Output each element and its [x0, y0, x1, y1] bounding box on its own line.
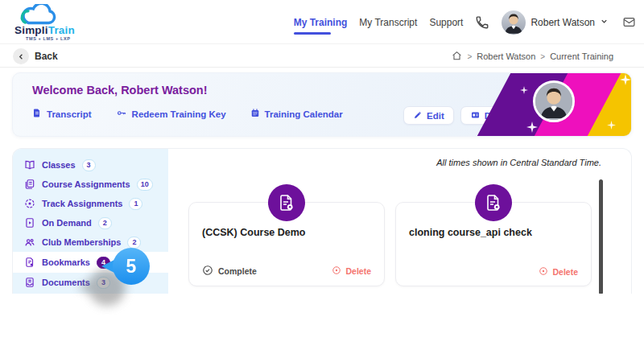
phone-icon[interactable] — [475, 15, 489, 30]
logo-tagline: TMS + LMS + LXP — [26, 36, 70, 41]
count-badge: 3 — [97, 277, 110, 289]
card-footer: Complete Delete — [202, 265, 371, 278]
count-badge: 10 — [137, 179, 153, 191]
sidebar-item-course-assignments[interactable]: Course Assignments 10 — [13, 175, 168, 194]
sidebar-label: Bookmarks — [42, 257, 90, 267]
target-icon — [24, 198, 35, 209]
status-complete: Complete — [202, 265, 257, 278]
chevron-left-icon — [13, 48, 29, 64]
card-footer: Delete — [409, 266, 578, 278]
bookmark-gear-icon — [24, 257, 35, 268]
course-doc-icon — [475, 184, 512, 221]
profile-photo — [533, 80, 575, 122]
count-badge: 2 — [98, 217, 112, 229]
breadcrumb-user[interactable]: Robert Watson — [477, 51, 535, 61]
bookmark-card[interactable]: cloning course_api check Delete — [395, 202, 592, 286]
calendar-label: Training Calendar — [265, 109, 343, 119]
breadcrumb-separator: > — [467, 52, 472, 61]
nav-my-training[interactable]: My Training — [294, 0, 348, 44]
sparkle-icon — [620, 74, 631, 88]
count-badge: 3 — [82, 159, 96, 171]
breadcrumb-separator: > — [540, 52, 545, 61]
count-badge: 2 — [127, 237, 141, 249]
sparkle-icon — [607, 118, 616, 133]
chevron-down-icon — [600, 17, 609, 28]
on-demand-icon — [24, 217, 35, 228]
annotation-step-number: 5 — [113, 248, 150, 285]
welcome-banner: Welcome Back, Robert Watson! Transcript … — [12, 72, 632, 137]
sidebar-item-on-demand[interactable]: On Demand 2 — [13, 213, 168, 232]
delete-button[interactable]: Delete — [332, 265, 371, 277]
club-members-icon — [24, 237, 35, 248]
vertical-scrollbar[interactable] — [599, 179, 603, 294]
status-label: Complete — [218, 266, 257, 276]
training-calendar-link[interactable]: Training Calendar — [250, 108, 343, 120]
sidebar-label: Documents — [42, 278, 90, 287]
top-nav: My Training My Transcript Support Robe — [294, 0, 636, 44]
page: SimpliTrain TMS + LMS + LXP My Training … — [0, 0, 644, 358]
count-badge: 1 — [129, 198, 142, 210]
redeem-training-key-link[interactable]: Redeem Training Key — [116, 108, 226, 120]
breadcrumb-current: Current Training — [550, 51, 613, 61]
delete-label: Delete — [345, 266, 371, 276]
sidebar-item-classes[interactable]: Classes 3 — [13, 155, 168, 175]
calendar-icon — [250, 108, 260, 120]
redeem-label: Redeem Training Key — [132, 109, 226, 119]
delete-button[interactable]: Delete — [539, 266, 578, 278]
sidebar-item-track-assignments[interactable]: Track Assignments 1 — [13, 194, 168, 213]
sidebar-label: Club Memberships — [42, 237, 121, 247]
course-doc-icon — [268, 184, 305, 221]
back-button[interactable]: Back — [13, 48, 58, 64]
nav-support[interactable]: Support — [429, 0, 463, 44]
mail-icon[interactable] — [622, 15, 636, 29]
bookmark-card[interactable]: (CCSK) Course Demo Complete Delete — [188, 202, 385, 286]
welcome-title: Welcome Back, Robert Watson! — [32, 84, 208, 97]
sidebar-label: Track Assignments — [42, 199, 122, 208]
back-label: Back — [35, 51, 58, 62]
banner-quick-links: Transcript Redeem Training Key Training … — [32, 108, 343, 120]
transcript-doc-icon — [32, 108, 42, 120]
user-name: Robert Watson — [530, 17, 595, 28]
breadcrumb: > Robert Watson > Current Training — [452, 45, 613, 68]
sparkle-icon — [526, 121, 538, 136]
user-avatar — [502, 10, 526, 35]
sparkle-icon — [520, 83, 528, 97]
home-icon[interactable] — [452, 51, 462, 63]
sidebar-label: On Demand — [42, 218, 92, 228]
transcript-label: Transcript — [47, 109, 92, 119]
key-icon — [116, 108, 127, 120]
assignment-icon — [24, 179, 35, 190]
back-bar: Back > Robert Watson > Current Training — [0, 45, 644, 68]
book-icon — [24, 159, 35, 171]
check-circle-icon — [202, 265, 213, 278]
delete-label: Delete — [552, 267, 578, 277]
delete-circle-icon — [539, 266, 548, 278]
timezone-note: All times shown in Central Standard Time… — [436, 158, 601, 167]
sidebar-label: Classes — [42, 160, 76, 170]
sidebar-item-club-memberships[interactable]: Club Memberships 2 — [13, 232, 168, 252]
pencil-icon — [413, 110, 423, 121]
top-header: SimpliTrain TMS + LMS + LXP My Training … — [0, 0, 644, 44]
simplitrain-logo[interactable]: SimpliTrain TMS + LMS + LXP — [13, 2, 101, 43]
logo-wordmark: SimpliTrain — [14, 24, 75, 36]
sidebar-label: Course Assignments — [42, 179, 130, 189]
transcript-link[interactable]: Transcript — [32, 108, 92, 120]
user-menu[interactable]: Robert Watson — [502, 10, 609, 35]
delete-circle-icon — [332, 265, 341, 277]
documents-icon — [24, 277, 35, 288]
nav-my-transcript[interactable]: My Transcript — [359, 0, 417, 44]
